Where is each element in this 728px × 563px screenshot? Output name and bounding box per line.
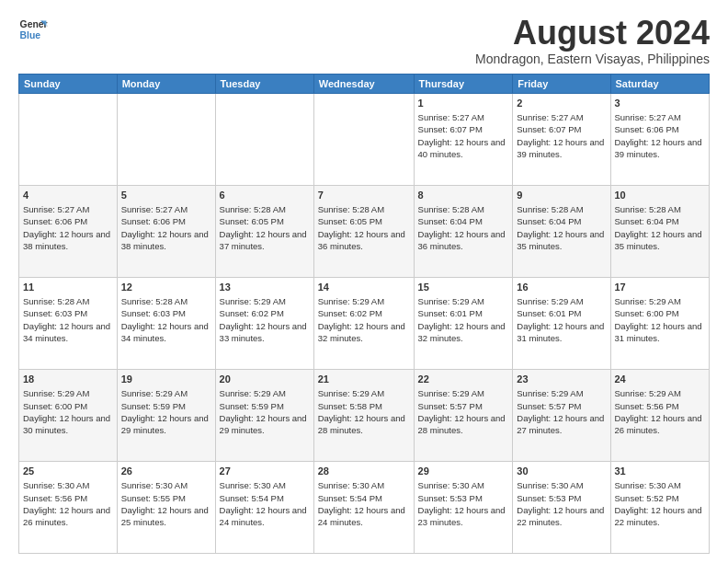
day-info: Sunrise: 5:29 AMSunset: 6:00 PMDaylight:… xyxy=(615,295,706,344)
page: General Blue General Blue August 2024 Mo… xyxy=(0,0,728,563)
table-row: 11Sunrise: 5:28 AMSunset: 6:03 PMDayligh… xyxy=(19,277,118,369)
table-row: 18Sunrise: 5:29 AMSunset: 6:00 PMDayligh… xyxy=(19,369,118,461)
day-number: 18 xyxy=(23,373,113,386)
day-info: Sunrise: 5:29 AMSunset: 5:57 PMDaylight:… xyxy=(418,387,509,436)
table-row: 2Sunrise: 5:27 AMSunset: 6:07 PMDaylight… xyxy=(513,93,610,185)
table-row: 10Sunrise: 5:28 AMSunset: 6:04 PMDayligh… xyxy=(610,185,710,277)
table-row: 6Sunrise: 5:28 AMSunset: 6:05 PMDaylight… xyxy=(215,185,313,277)
table-row: 31Sunrise: 5:30 AMSunset: 5:52 PMDayligh… xyxy=(610,461,710,553)
table-row: 12Sunrise: 5:28 AMSunset: 6:03 PMDayligh… xyxy=(117,277,215,369)
table-row: 19Sunrise: 5:29 AMSunset: 5:59 PMDayligh… xyxy=(117,369,215,461)
col-wednesday: Wednesday xyxy=(313,74,414,93)
day-info: Sunrise: 5:27 AMSunset: 6:07 PMDaylight:… xyxy=(418,111,509,160)
calendar-week-row: 1Sunrise: 5:27 AMSunset: 6:07 PMDaylight… xyxy=(19,93,710,185)
subtitle: Mondragon, Eastern Visayas, Philippines xyxy=(475,52,710,66)
table-row: 7Sunrise: 5:28 AMSunset: 6:05 PMDaylight… xyxy=(313,185,414,277)
table-row: 9Sunrise: 5:28 AMSunset: 6:04 PMDaylight… xyxy=(513,185,610,277)
day-number: 12 xyxy=(121,281,211,294)
day-info: Sunrise: 5:28 AMSunset: 6:03 PMDaylight:… xyxy=(121,295,211,344)
day-info: Sunrise: 5:27 AMSunset: 6:07 PMDaylight:… xyxy=(517,111,606,160)
day-info: Sunrise: 5:28 AMSunset: 6:05 PMDaylight:… xyxy=(318,203,410,252)
svg-text:Blue: Blue xyxy=(20,30,41,40)
logo-icon: General Blue xyxy=(18,15,48,44)
table-row: 1Sunrise: 5:27 AMSunset: 6:07 PMDaylight… xyxy=(414,93,513,185)
day-info: Sunrise: 5:29 AMSunset: 5:59 PMDaylight:… xyxy=(220,387,310,436)
day-number: 19 xyxy=(121,373,211,386)
day-info: Sunrise: 5:29 AMSunset: 6:02 PMDaylight:… xyxy=(318,295,410,344)
day-number: 27 xyxy=(220,465,310,478)
calendar-week-row: 4Sunrise: 5:27 AMSunset: 6:06 PMDaylight… xyxy=(19,185,710,277)
table-row: 30Sunrise: 5:30 AMSunset: 5:53 PMDayligh… xyxy=(513,461,610,553)
day-info: Sunrise: 5:30 AMSunset: 5:56 PMDaylight:… xyxy=(23,479,113,528)
calendar-week-row: 11Sunrise: 5:28 AMSunset: 6:03 PMDayligh… xyxy=(19,277,710,369)
day-number: 22 xyxy=(418,373,509,386)
day-number: 20 xyxy=(220,373,310,386)
day-number: 25 xyxy=(23,465,113,478)
day-number: 7 xyxy=(318,189,410,202)
table-row: 25Sunrise: 5:30 AMSunset: 5:56 PMDayligh… xyxy=(19,461,118,553)
day-info: Sunrise: 5:30 AMSunset: 5:53 PMDaylight:… xyxy=(418,479,509,528)
table-row: 20Sunrise: 5:29 AMSunset: 5:59 PMDayligh… xyxy=(215,369,313,461)
day-number: 6 xyxy=(220,189,310,202)
table-row: 14Sunrise: 5:29 AMSunset: 6:02 PMDayligh… xyxy=(313,277,414,369)
calendar-week-row: 18Sunrise: 5:29 AMSunset: 6:00 PMDayligh… xyxy=(19,369,710,461)
table-row: 15Sunrise: 5:29 AMSunset: 6:01 PMDayligh… xyxy=(414,277,513,369)
day-info: Sunrise: 5:29 AMSunset: 5:56 PMDaylight:… xyxy=(615,387,706,436)
day-number: 21 xyxy=(318,373,410,386)
day-number: 11 xyxy=(23,281,113,294)
day-number: 13 xyxy=(220,281,310,294)
table-row xyxy=(313,93,414,185)
day-number: 14 xyxy=(318,281,410,294)
table-row: 4Sunrise: 5:27 AMSunset: 6:06 PMDaylight… xyxy=(19,185,118,277)
day-info: Sunrise: 5:30 AMSunset: 5:54 PMDaylight:… xyxy=(318,479,410,528)
day-number: 9 xyxy=(517,189,606,202)
main-title: August 2024 xyxy=(475,15,710,52)
col-friday: Friday xyxy=(513,74,610,93)
day-info: Sunrise: 5:27 AMSunset: 6:06 PMDaylight:… xyxy=(121,203,211,252)
day-info: Sunrise: 5:29 AMSunset: 6:00 PMDaylight:… xyxy=(23,387,113,436)
table-row: 29Sunrise: 5:30 AMSunset: 5:53 PMDayligh… xyxy=(414,461,513,553)
day-info: Sunrise: 5:28 AMSunset: 6:04 PMDaylight:… xyxy=(517,203,606,252)
day-number: 28 xyxy=(318,465,410,478)
title-block: August 2024 Mondragon, Eastern Visayas, … xyxy=(475,15,710,66)
day-number: 23 xyxy=(517,373,606,386)
table-row xyxy=(19,93,118,185)
day-info: Sunrise: 5:29 AMSunset: 6:02 PMDaylight:… xyxy=(220,295,310,344)
day-number: 10 xyxy=(615,189,706,202)
day-number: 4 xyxy=(23,189,113,202)
col-sunday: Sunday xyxy=(19,74,118,93)
table-row: 21Sunrise: 5:29 AMSunset: 5:58 PMDayligh… xyxy=(313,369,414,461)
day-number: 26 xyxy=(121,465,211,478)
day-number: 8 xyxy=(418,189,509,202)
day-info: Sunrise: 5:30 AMSunset: 5:52 PMDaylight:… xyxy=(615,479,706,528)
day-info: Sunrise: 5:30 AMSunset: 5:54 PMDaylight:… xyxy=(220,479,310,528)
day-number: 3 xyxy=(615,97,706,110)
day-info: Sunrise: 5:28 AMSunset: 6:04 PMDaylight:… xyxy=(615,203,706,252)
calendar-week-row: 25Sunrise: 5:30 AMSunset: 5:56 PMDayligh… xyxy=(19,461,710,553)
day-number: 1 xyxy=(418,97,509,110)
day-info: Sunrise: 5:29 AMSunset: 5:59 PMDaylight:… xyxy=(121,387,211,436)
day-info: Sunrise: 5:27 AMSunset: 6:06 PMDaylight:… xyxy=(615,111,706,160)
day-number: 17 xyxy=(615,281,706,294)
day-number: 31 xyxy=(615,465,706,478)
day-info: Sunrise: 5:28 AMSunset: 6:04 PMDaylight:… xyxy=(418,203,509,252)
logo: General Blue General Blue xyxy=(18,15,48,44)
day-info: Sunrise: 5:29 AMSunset: 5:57 PMDaylight:… xyxy=(517,387,606,436)
col-monday: Monday xyxy=(117,74,215,93)
table-row: 3Sunrise: 5:27 AMSunset: 6:06 PMDaylight… xyxy=(610,93,710,185)
day-info: Sunrise: 5:30 AMSunset: 5:53 PMDaylight:… xyxy=(517,479,606,528)
table-row: 8Sunrise: 5:28 AMSunset: 6:04 PMDaylight… xyxy=(414,185,513,277)
day-info: Sunrise: 5:29 AMSunset: 6:01 PMDaylight:… xyxy=(517,295,606,344)
day-number: 15 xyxy=(418,281,509,294)
day-number: 5 xyxy=(121,189,211,202)
day-info: Sunrise: 5:29 AMSunset: 6:01 PMDaylight:… xyxy=(418,295,509,344)
table-row: 24Sunrise: 5:29 AMSunset: 5:56 PMDayligh… xyxy=(610,369,710,461)
table-row: 27Sunrise: 5:30 AMSunset: 5:54 PMDayligh… xyxy=(215,461,313,553)
col-thursday: Thursday xyxy=(414,74,513,93)
day-info: Sunrise: 5:30 AMSunset: 5:55 PMDaylight:… xyxy=(121,479,211,528)
table-row: 23Sunrise: 5:29 AMSunset: 5:57 PMDayligh… xyxy=(513,369,610,461)
table-row xyxy=(117,93,215,185)
header: General Blue General Blue August 2024 Mo… xyxy=(18,15,710,66)
table-row: 17Sunrise: 5:29 AMSunset: 6:00 PMDayligh… xyxy=(610,277,710,369)
col-tuesday: Tuesday xyxy=(215,74,313,93)
